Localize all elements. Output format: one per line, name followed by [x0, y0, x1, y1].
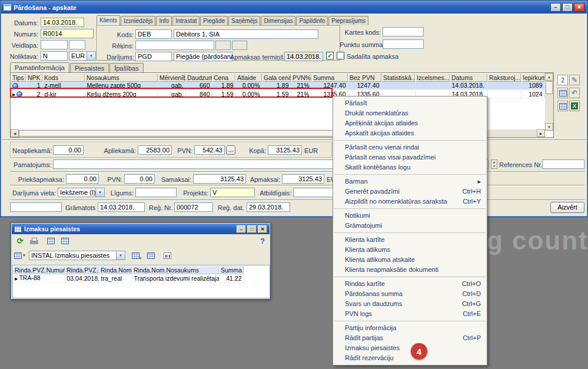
side-count-button[interactable]: 2	[557, 75, 568, 85]
maximize-button[interactable]: □	[562, 3, 573, 12]
add-layout-button[interactable]: +	[129, 250, 142, 261]
gramatots-datums-field[interactable]: 14.03.2018.	[98, 202, 145, 212]
kods-field[interactable]: DEB	[135, 29, 172, 39]
menu-item[interactable]: Klienta atlikums	[333, 245, 487, 255]
tab-pieg-de[interactable]: Piegāde	[200, 16, 228, 25]
menu-item[interactable]: Aprēķināt akcijas atlaides	[333, 118, 487, 128]
table-button[interactable]	[557, 101, 568, 111]
menu-item[interactable]: Pārdošanas summaCtrl+D	[333, 289, 487, 299]
transaction-name-field[interactable]: Piegāde (pārdošana)	[174, 52, 232, 61]
apmaksa-checkbox[interactable]: ✓	[326, 52, 334, 59]
status-field[interactable]	[10, 202, 62, 212]
tab-piesaistes[interactable]: Piesaistes	[70, 63, 109, 72]
spinner-up-icon[interactable]: ▲	[491, 160, 497, 164]
samaksai-field[interactable]: 3125.43	[193, 174, 246, 184]
edit-button[interactable]: ✎	[569, 75, 580, 85]
undo-button[interactable]: ↶	[569, 88, 580, 98]
ligums-field[interactable]	[135, 188, 177, 197]
help-button[interactable]: ?	[256, 235, 269, 247]
tab--pa-bas[interactable]: Īpašības	[109, 63, 144, 72]
close-button[interactable]: ✕	[574, 3, 584, 12]
pvn2-field[interactable]: 0.00	[124, 174, 155, 184]
layout-combo[interactable]: INSTAL Izmaksu piesaistes ▼	[29, 251, 125, 260]
column-header[interactable]: Summa	[219, 265, 244, 274]
menu-item[interactable]: Rādīt partijasCtrl+P	[333, 333, 487, 343]
grid-settings-button[interactable]	[44, 235, 57, 247]
column-header[interactable]: NPK	[26, 73, 42, 82]
tab-pamatinform-cija[interactable]: Pamatinformācija	[10, 62, 69, 72]
apmaksai-field[interactable]: 3125.43	[282, 174, 324, 184]
menu-item[interactable]: Notikumi	[333, 211, 487, 221]
minimize-button[interactable]: –	[550, 3, 561, 12]
noliktava-field[interactable]: N	[41, 51, 68, 61]
punktu-summa-field[interactable]	[383, 39, 424, 49]
reg-dat-field[interactable]: 29.03.2018.	[247, 202, 290, 212]
datums-field[interactable]: 14.03.2018.	[41, 18, 84, 27]
scroll-down-button[interactable]: ▼	[545, 123, 553, 131]
chevron-down-icon[interactable]: ▼	[116, 251, 125, 260]
menu-item[interactable]: Svars un daudzumsCtrl+G	[333, 299, 487, 309]
child-minimize-button[interactable]: –	[237, 225, 246, 233]
kopa-field[interactable]: 3125.43	[268, 145, 302, 155]
menu-item[interactable]: Grāmatojumi	[333, 221, 487, 231]
reg-nr-field[interactable]: 000072	[174, 202, 213, 212]
menu-item[interactable]: Klienta neapmaksātie dokumenti	[333, 265, 487, 275]
tab-klients[interactable]: Klients	[97, 15, 120, 25]
menu-item[interactable]: Apskatīt akcijas atlaides	[333, 128, 487, 138]
print-button[interactable]	[28, 235, 41, 247]
darijuma-vieta-combo[interactable]: Iekšzeme (I) ▼	[58, 188, 105, 197]
menu-item[interactable]: Rindas kartīteCtrl+O	[333, 279, 487, 289]
tab-intrastat[interactable]: Intrastat	[172, 16, 200, 25]
rekins-extra-field-1[interactable]	[215, 41, 231, 50]
neapliekama-field[interactable]: 0.00	[53, 145, 84, 155]
column-header[interactable]: Rinda.PVZ...	[65, 265, 99, 274]
menu-item[interactable]: Klienta atlikuma atskaite	[333, 255, 487, 265]
spinner-down-icon[interactable]: ▼	[491, 164, 497, 168]
menu-item[interactable]: Barman▸	[333, 177, 487, 187]
main-titlebar[interactable]: Pārdošana - apskate – □ ✕	[1, 1, 587, 14]
rekins-extra-field-2[interactable]	[232, 41, 247, 50]
table-row[interactable]: ▶TRA-8803.04.2018.tra_realTransporta izd…	[13, 274, 244, 283]
scroll-up-button[interactable]: ▲	[545, 73, 553, 81]
column-header[interactable]: Izcelsmes...	[415, 73, 450, 82]
columns-button[interactable]	[144, 250, 157, 261]
tab-papildinfo[interactable]: Papildinfo	[296, 16, 328, 25]
pvn-dots-button[interactable]: ...	[226, 145, 235, 155]
kartes-kods-field[interactable]	[383, 27, 424, 36]
darijums-field[interactable]: PGD	[135, 52, 172, 61]
tab-piepras-jums[interactable]: Pieprasījums	[328, 16, 368, 25]
menu-item[interactable]: Pārlasīt cenu vienai rindai	[333, 142, 487, 152]
child-titlebar[interactable]: Izmaksu piesaistes – □ ✕	[12, 224, 270, 234]
menu-item[interactable]: PVN logsCtrl+E	[333, 309, 487, 319]
tab-info[interactable]: Info	[156, 16, 172, 25]
chevron-down-icon[interactable]: ▼	[95, 188, 104, 197]
vertical-scroll-thumb[interactable]	[546, 81, 553, 94]
menu-item[interactable]: Drukāt nomenklatūras	[333, 108, 487, 118]
column-header[interactable]: Rinda.Nom.Nosaukums	[132, 265, 219, 274]
child-maximize-button[interactable]: □	[247, 225, 257, 233]
column-header[interactable]: Raksturoj...	[487, 73, 521, 82]
menu-item[interactable]: Klienta kartīte	[333, 235, 487, 245]
menu-item[interactable]: Ģenerēt pavadzīmiCtrl+H	[333, 187, 487, 197]
column-header[interactable]: Mērvienība	[158, 73, 185, 82]
currency-combo[interactable]: EUR ▼	[69, 51, 96, 61]
tab-izsniedz-js[interactable]: Izsniedzējs	[121, 16, 155, 25]
column-header[interactable]: Rinda.Nom.K...	[99, 265, 132, 274]
numurs-field[interactable]: R0014	[41, 29, 94, 38]
rekins-field[interactable]	[135, 41, 214, 50]
column-header[interactable]: Summa	[311, 73, 348, 82]
column-header[interactable]: Rinda.PVZ.Numurs	[13, 265, 65, 274]
projekts-field[interactable]: V	[210, 188, 255, 197]
veidlapa-field-2[interactable]	[69, 40, 85, 49]
grid-view-button[interactable]	[557, 88, 568, 98]
table-row[interactable]: 1z-mellMelleņu zapte 500ggab.6601.890.00…	[11, 82, 544, 90]
prieksapmaksa-field[interactable]: 0.00	[66, 174, 99, 184]
menu-item[interactable]: Partiju informācija	[333, 323, 487, 333]
chart-button[interactable]	[161, 250, 174, 261]
apliekama-field[interactable]: 2583.00	[138, 145, 172, 155]
references-spinner[interactable]: ▲ ▼	[491, 159, 497, 169]
tab-sa-m-js[interactable]: Saņēmējs	[228, 16, 260, 25]
scroll-left-button[interactable]: ◀	[11, 129, 19, 137]
tab-dimensijas[interactable]: Dimensijas	[261, 16, 295, 25]
menu-item[interactable]: Aizpildīt no nomenklatūras sarakstaCtrl+…	[333, 197, 487, 207]
